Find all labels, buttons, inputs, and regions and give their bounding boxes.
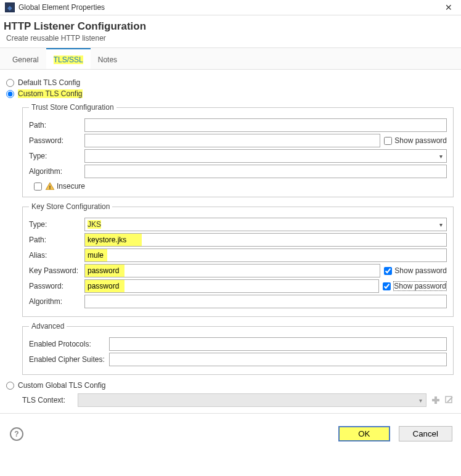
- tab-tls-ssl[interactable]: TLS/SSL: [46, 48, 91, 69]
- page-title: HTTP Listener Configuration: [4, 20, 455, 33]
- help-icon[interactable]: ?: [10, 427, 23, 441]
- page-subtitle: Create reusable HTTP listener: [6, 34, 455, 43]
- advanced-protocols-input[interactable]: [109, 337, 447, 351]
- key-type-label: Type:: [29, 220, 84, 229]
- key-algorithm-label: Algorithm:: [29, 297, 84, 306]
- advanced-ciphers-input[interactable]: [109, 353, 447, 366]
- key-keypassword-label: Key Password:: [29, 266, 84, 275]
- radio-default-tls[interactable]: [6, 79, 14, 87]
- key-keypassword-input[interactable]: [84, 264, 380, 277]
- tls-context-select: ▾: [78, 393, 426, 407]
- tab-notes[interactable]: Notes: [91, 48, 124, 69]
- edit-icon: [445, 396, 454, 404]
- trust-insecure-checkbox[interactable]: [34, 183, 42, 191]
- trust-password-input[interactable]: [84, 134, 380, 147]
- add-icon: [431, 396, 440, 404]
- key-alias-label: Alias:: [29, 251, 84, 260]
- warning-icon: !: [46, 183, 54, 190]
- trust-type-select[interactable]: ▾: [84, 149, 447, 163]
- key-store-group: Key Store Configuration Type: JKS ▾ Path…: [22, 202, 454, 317]
- trust-showpw-label: Show password: [394, 136, 447, 145]
- window-title: Global Element Properties: [18, 3, 441, 12]
- header: HTTP Listener Configuration Create reusa…: [0, 15, 461, 47]
- trust-algorithm-input[interactable]: [84, 165, 447, 178]
- cancel-button[interactable]: Cancel: [399, 426, 453, 441]
- trust-type-label: Type:: [29, 152, 84, 160]
- svg-text:!: !: [49, 184, 51, 190]
- chevron-down-icon: ▾: [435, 221, 446, 228]
- key-password-input[interactable]: [84, 279, 379, 293]
- ok-button[interactable]: OK: [338, 426, 390, 441]
- radio-custom-tls[interactable]: [6, 90, 14, 98]
- radio-custom-tls-label: Custom TLS Config: [18, 89, 83, 98]
- trust-password-label: Password:: [29, 136, 84, 145]
- radio-default-tls-label: Default TLS Config: [18, 78, 80, 87]
- advanced-protocols-label: Enabled Protocols:: [29, 340, 109, 348]
- tab-general[interactable]: General: [5, 48, 46, 69]
- advanced-group: Advanced Enabled Protocols: Enabled Ciph…: [22, 322, 454, 375]
- key-pw-show-label: Show password: [393, 281, 447, 291]
- tls-context-label: TLS Context:: [22, 396, 78, 404]
- close-icon[interactable]: ✕: [441, 2, 456, 12]
- key-keypw-show-label: Show password: [394, 266, 447, 275]
- svg-rect-4: [446, 396, 452, 403]
- title-bar: ◆ Global Element Properties ✕: [0, 0, 461, 15]
- key-type-select[interactable]: JKS ▾: [84, 218, 447, 231]
- tabs: General TLS/SSL Notes: [0, 48, 461, 70]
- trust-showpw-checkbox[interactable]: [384, 137, 392, 145]
- chevron-down-icon: ▾: [435, 153, 446, 160]
- key-password-label: Password:: [29, 282, 84, 290]
- app-icon: ◆: [5, 2, 15, 12]
- key-path-input[interactable]: [84, 233, 447, 247]
- key-algorithm-input[interactable]: [84, 295, 447, 308]
- key-alias-input[interactable]: [84, 248, 447, 262]
- svg-rect-3: [432, 399, 439, 401]
- trust-store-group: Trust Store Configuration Path: Password…: [22, 103, 454, 197]
- key-pw-show-checkbox[interactable]: [383, 282, 391, 290]
- radio-global-tls-label: Custom Global TLS Config: [18, 381, 106, 390]
- trust-path-label: Path:: [29, 121, 84, 129]
- trust-algorithm-label: Algorithm:: [29, 167, 84, 176]
- key-store-legend: Key Store Configuration: [29, 202, 112, 211]
- key-path-label: Path:: [29, 236, 84, 244]
- advanced-ciphers-label: Enabled Cipher Suites:: [29, 355, 109, 364]
- trust-path-input[interactable]: [84, 118, 447, 132]
- trust-store-legend: Trust Store Configuration: [29, 103, 116, 112]
- chevron-down-icon: ▾: [415, 397, 426, 404]
- key-keypw-show-checkbox[interactable]: [384, 267, 392, 275]
- advanced-legend: Advanced: [29, 322, 67, 330]
- trust-insecure-label: Insecure: [57, 182, 85, 191]
- radio-global-tls[interactable]: [6, 382, 14, 390]
- key-type-value: JKS: [88, 220, 101, 229]
